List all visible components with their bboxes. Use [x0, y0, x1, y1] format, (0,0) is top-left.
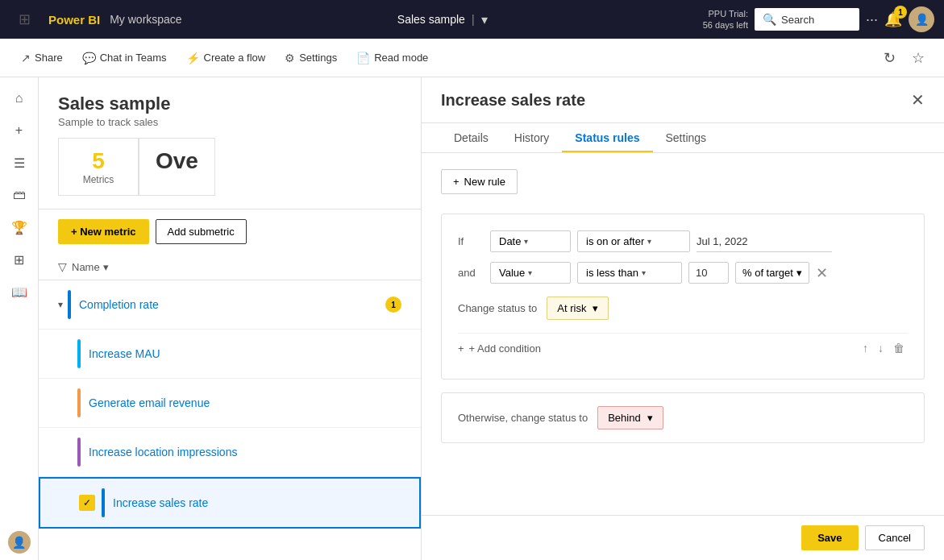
move-down-button[interactable]: ↓	[875, 340, 887, 356]
metric-item-increase-sales-rate[interactable]: ✓ Increase sales rate	[39, 477, 421, 529]
search-icon: 🔍	[763, 13, 776, 26]
sidebar-apps-button[interactable]: ⊞	[5, 245, 34, 274]
behind-label: Behind	[608, 412, 640, 424]
create-flow-label: Create a flow	[204, 52, 266, 64]
read-mode-button[interactable]: 📄 Read mode	[348, 47, 436, 69]
share-icon: ↗	[21, 52, 31, 64]
chat-in-teams-label: Chat in Teams	[100, 52, 167, 64]
metric-item-completion-rate[interactable]: ▾ Completion rate 1	[39, 280, 421, 330]
behind-dropdown[interactable]: Behind ▾	[597, 406, 663, 429]
close-button[interactable]: ✕	[911, 90, 925, 110]
sidebar-create-button[interactable]: +	[5, 116, 34, 145]
change-status-row: Change status to At risk ▾	[458, 297, 908, 320]
metrics-panel: Sales sample Sample to track sales 5 Met…	[39, 77, 422, 560]
metric-name-increase-mau: Increase MAU	[89, 347, 401, 360]
new-rule-label: New rule	[464, 176, 505, 188]
metrics-count-number: 5	[75, 148, 122, 174]
add-condition-label: + Add condition	[469, 342, 541, 355]
tab-status-rules[interactable]: Status rules	[562, 123, 652, 152]
details-footer: Save Cancel	[422, 515, 944, 560]
sidebar-metrics-button[interactable]: 🏆	[5, 213, 34, 242]
new-metric-button[interactable]: + New metric	[58, 219, 149, 244]
tab-settings[interactable]: Settings	[653, 123, 720, 152]
add-submetric-button[interactable]: Add submetric	[156, 219, 247, 244]
add-submetric-label: Add submetric	[168, 226, 235, 238]
name-sort-button[interactable]: Name ▾	[72, 261, 109, 273]
chat-in-teams-button[interactable]: 💬 Chat in Teams	[74, 47, 175, 69]
details-header: Increase sales rate ✕	[422, 77, 944, 123]
operator-dropdown-less-than[interactable]: is less than ▾	[577, 262, 682, 284]
metrics-count-card[interactable]: 5 Metrics	[58, 138, 139, 196]
chevron-down-icon-2: ▾	[647, 237, 651, 246]
and-condition-row: and Value ▾ is less than ▾ % of target ▾	[458, 262, 908, 284]
field-dropdown-date[interactable]: Date ▾	[490, 230, 571, 252]
filter-icon: ▽	[58, 260, 67, 273]
more-options-button[interactable]: ···	[866, 11, 878, 28]
metrics-list-header: ▽ Name ▾	[39, 254, 421, 280]
unit-dropdown[interactable]: % of target ▾	[735, 262, 809, 284]
value-number-input[interactable]	[688, 262, 729, 284]
chevron-down-icon-5: ▾	[796, 267, 802, 279]
plus-icon-add: +	[458, 342, 464, 355]
flow-icon: ⚡	[186, 52, 200, 64]
tab-details[interactable]: Details	[441, 123, 501, 152]
nav-right: PPU Trial: 56 days left 🔍 ··· 🔔 1 👤	[703, 6, 934, 32]
operator-on-or-after-label: is on or after	[586, 235, 644, 247]
metrics-panel-title: Sales sample	[58, 93, 401, 114]
share-label: Share	[35, 52, 63, 64]
toolbar: ↗ Share 💬 Chat in Teams ⚡ Create a flow …	[0, 39, 944, 77]
color-bar-increase-sales-rate	[102, 488, 105, 517]
create-flow-button[interactable]: ⚡ Create a flow	[178, 47, 274, 69]
metrics-stats: 5 Metrics Ove	[39, 138, 421, 209]
metric-name-completion-rate: Completion rate	[79, 298, 385, 311]
field-dropdown-value[interactable]: Value ▾	[490, 262, 571, 284]
refresh-button[interactable]: ↻	[877, 46, 902, 70]
metric-name-generate-email: Generate email revenue	[89, 396, 401, 409]
sidebar-data-hub-button[interactable]: 🗃	[5, 180, 34, 209]
metric-item-increase-location[interactable]: Increase location impressions	[39, 428, 421, 477]
metrics-actions: + New metric Add submetric	[39, 209, 421, 254]
move-up-button[interactable]: ↑	[859, 340, 871, 356]
trial-badge: PPU Trial: 56 days left	[703, 8, 748, 31]
change-status-label: Change status to	[458, 302, 537, 314]
chevron-down-icon-6: ▾	[593, 302, 598, 314]
waffle-menu-button[interactable]: ⊞	[10, 5, 39, 34]
sidebar-browse-button[interactable]: ☰	[5, 148, 34, 177]
details-panel: Increase sales rate ✕ Details History St…	[422, 77, 944, 560]
date-value-input[interactable]	[697, 231, 832, 252]
rule-section: If Date ▾ is on or after ▾ and Value	[441, 214, 925, 380]
sidebar-home-button[interactable]: ⌂	[5, 84, 34, 113]
settings-icon: ⚙	[285, 52, 295, 64]
field-value-label: Value	[499, 267, 525, 279]
report-dropdown-button[interactable]: ▾	[481, 12, 488, 27]
details-content: + New rule If Date ▾ is on or after ▾	[422, 153, 944, 515]
name-sort-label: Name	[72, 261, 100, 273]
save-button[interactable]: Save	[801, 525, 858, 550]
at-risk-dropdown[interactable]: At risk ▾	[547, 297, 609, 320]
sidebar-learn-button[interactable]: 📖	[5, 277, 34, 306]
add-condition-row[interactable]: + + Add condition ↑ ↓ 🗑	[458, 333, 908, 363]
expand-button-completion-rate[interactable]: ▾	[58, 299, 63, 310]
chevron-down-icon: ▾	[524, 237, 528, 246]
chevron-down-icon-4: ▾	[642, 268, 646, 277]
metrics-count-label: Metrics	[75, 174, 122, 185]
share-button[interactable]: ↗ Share	[13, 47, 71, 69]
delete-condition-button[interactable]: ✕	[816, 264, 828, 282]
metric-badge-completion-rate: 1	[385, 297, 401, 313]
chevron-down-icon-7: ▾	[647, 412, 653, 424]
teams-icon: 💬	[82, 52, 96, 64]
new-rule-button[interactable]: + New rule	[441, 169, 518, 194]
overview-partial-text: Ove	[156, 148, 198, 174]
settings-button[interactable]: ⚙ Settings	[277, 47, 345, 69]
delete-rule-button[interactable]: 🗑	[890, 340, 908, 356]
favorite-button[interactable]: ☆	[905, 46, 931, 70]
search-input[interactable]	[781, 14, 854, 26]
operator-dropdown-on-or-after[interactable]: is on or after ▾	[577, 230, 690, 252]
search-box[interactable]: 🔍	[755, 8, 859, 31]
if-label: If	[458, 235, 484, 247]
nav-center: Sales sample | ▾	[189, 12, 697, 27]
cancel-button[interactable]: Cancel	[865, 525, 925, 550]
metric-item-generate-email[interactable]: Generate email revenue	[39, 379, 421, 428]
metric-item-increase-mau[interactable]: Increase MAU	[39, 330, 421, 379]
tab-history[interactable]: History	[501, 123, 563, 152]
